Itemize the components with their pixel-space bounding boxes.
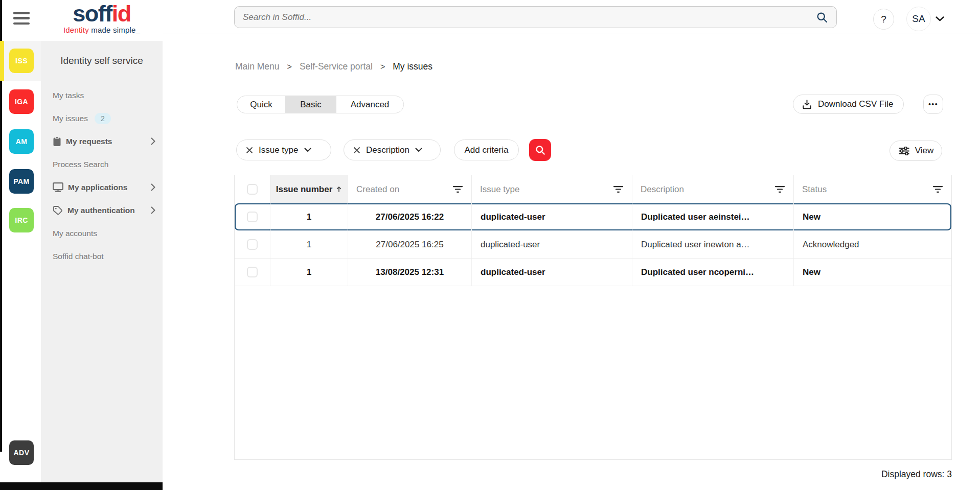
- filter-funnel-icon[interactable]: [774, 185, 785, 193]
- sidebar-item-my-authentication[interactable]: My authentication: [41, 199, 163, 222]
- top-bar: ? SA: [163, 0, 980, 34]
- breadcrumb: Main Menu > Self-Service portal > My iss…: [235, 61, 432, 72]
- search-icon[interactable]: [816, 11, 828, 24]
- cell-status: New: [794, 259, 951, 286]
- hamburger-menu-icon[interactable]: [13, 12, 30, 25]
- sidebar-menu: My tasks My issues 2 My requests Process…: [41, 84, 163, 268]
- filter-funnel-icon[interactable]: [452, 185, 463, 193]
- cell-description: Duplicated user inewton a…: [632, 231, 794, 258]
- chevron-right-icon: [151, 206, 155, 214]
- more-options-button[interactable]: •••: [923, 95, 943, 114]
- cell-description: Duplicated user aeinstei…: [632, 203, 794, 230]
- view-button[interactable]: View: [890, 141, 942, 161]
- apply-search-button[interactable]: [529, 139, 551, 161]
- sidebar-item-my-tasks[interactable]: My tasks: [41, 84, 163, 107]
- soffid-logo[interactable]: soffid Identity made simple_: [41, 0, 163, 41]
- chevron-down-icon: [304, 148, 311, 152]
- cell-created-on: 13/08/2025 12:31: [348, 259, 472, 286]
- cell-issue-number: 1: [270, 259, 348, 286]
- bottom-edge-strip: [0, 482, 163, 490]
- sidebar-title: Identity self service: [41, 41, 163, 81]
- active-module-indicator: [0, 41, 4, 81]
- main-content: ? SA Main Menu > Self-Service portal > M…: [163, 0, 980, 490]
- sidebar-item-my-issues[interactable]: My issues 2: [41, 107, 163, 130]
- sort-ascending-icon: [336, 186, 342, 193]
- tag-icon: [53, 205, 63, 216]
- filter-funnel-icon[interactable]: [932, 185, 943, 193]
- sidebar-item-process-search[interactable]: Process Search: [41, 153, 163, 176]
- avatar: SA: [906, 7, 931, 31]
- cell-status: Acknowledged: [794, 231, 951, 258]
- sidebar-item-my-applications[interactable]: My applications: [41, 176, 163, 199]
- column-header-issue-type[interactable]: Issue type: [472, 175, 632, 203]
- help-button[interactable]: ?: [873, 9, 894, 30]
- column-header-status[interactable]: Status: [794, 175, 951, 203]
- module-badge-irc[interactable]: IRC: [9, 208, 34, 232]
- search-icon: [535, 145, 546, 156]
- row-checkbox[interactable]: [247, 267, 258, 277]
- cell-issue-type: duplicated-user: [472, 259, 632, 286]
- column-header-issue-number[interactable]: Issue number: [270, 175, 348, 203]
- sidebar-item-my-requests[interactable]: My requests: [41, 130, 163, 153]
- chevron-down-icon: [415, 148, 422, 152]
- cell-issue-number: 1: [270, 231, 348, 258]
- column-header-description[interactable]: Description: [632, 175, 794, 203]
- tune-icon: [898, 147, 910, 155]
- search-input[interactable]: [243, 12, 816, 22]
- filter-chip-description[interactable]: Description: [344, 139, 441, 160]
- row-checkbox[interactable]: [247, 239, 258, 250]
- cell-created-on: 27/06/2025 16:25: [348, 231, 472, 258]
- chevron-down-icon: [936, 16, 944, 21]
- table-row[interactable]: 1 27/06/2025 16:22 duplicated-user Dupli…: [235, 203, 951, 231]
- cell-created-on: 27/06/2025 16:22: [348, 203, 472, 230]
- breadcrumb-separator: >: [380, 62, 385, 72]
- filter-funnel-icon[interactable]: [613, 185, 624, 193]
- tab-quick[interactable]: Quick: [237, 96, 285, 113]
- sidebar-item-soffid-chat-bot[interactable]: Soffid chat-bot: [41, 245, 163, 268]
- user-menu[interactable]: SA: [906, 7, 944, 31]
- chevron-right-icon: [151, 183, 155, 191]
- logo-tagline: Identity made simple_: [41, 26, 163, 34]
- cell-issue-number: 1: [270, 203, 348, 230]
- module-badge-adv[interactable]: ADV: [9, 440, 34, 465]
- download-csv-button[interactable]: Download CSV File: [793, 95, 904, 114]
- cell-status: New: [794, 203, 951, 230]
- module-badge-iga[interactable]: IGA: [9, 89, 34, 114]
- global-search-box[interactable]: [234, 6, 837, 28]
- sidebar: soffid Identity made simple_ Identity se…: [41, 0, 163, 482]
- module-badge-am[interactable]: AM: [9, 129, 34, 154]
- add-criteria-button[interactable]: Add criteria: [454, 139, 519, 160]
- breadcrumb-my-issues: My issues: [393, 61, 432, 72]
- table-row[interactable]: 1 13/08/2025 12:31 duplicated-user Dupli…: [235, 259, 951, 286]
- module-rail: ISS IGA AM PAM IRC ADV: [2, 0, 41, 482]
- cell-issue-type: duplicated-user: [472, 203, 632, 230]
- clipboard-icon: [53, 136, 61, 147]
- breadcrumb-self-service-portal[interactable]: Self-Service portal: [300, 61, 373, 72]
- remove-filter-icon[interactable]: [353, 147, 360, 154]
- logo-wordmark: soffid: [41, 1, 163, 27]
- module-badge-pam[interactable]: PAM: [9, 169, 34, 194]
- table-row[interactable]: 1 27/06/2025 16:25 duplicated-user Dupli…: [235, 231, 951, 259]
- cell-issue-type: duplicated-user: [472, 231, 632, 258]
- tab-advanced[interactable]: Advanced: [336, 96, 403, 113]
- select-all-cell: [235, 175, 270, 203]
- breadcrumb-separator: >: [287, 62, 292, 72]
- table-header-row: Issue number Created on Issue type Descr…: [235, 175, 951, 203]
- issues-table: Issue number Created on Issue type Descr…: [234, 175, 952, 460]
- monitor-icon: [53, 182, 63, 192]
- filter-chip-issue-type[interactable]: Issue type: [236, 139, 331, 160]
- download-icon: [802, 99, 812, 110]
- remove-filter-icon[interactable]: [246, 147, 253, 154]
- breadcrumb-main-menu[interactable]: Main Menu: [235, 61, 280, 72]
- module-badge-iss[interactable]: ISS: [9, 49, 34, 73]
- row-checkbox[interactable]: [247, 212, 258, 222]
- cell-description: Duplicated user ncoperni…: [632, 259, 794, 286]
- displayed-rows-count: Displayed rows: 3: [234, 469, 952, 480]
- tab-basic[interactable]: Basic: [285, 96, 336, 113]
- column-header-created-on[interactable]: Created on: [348, 175, 472, 203]
- select-all-checkbox[interactable]: [247, 184, 258, 195]
- my-issues-count-badge: 2: [95, 113, 111, 124]
- filter-mode-tabs: Quick Basic Advanced: [237, 96, 404, 113]
- sidebar-item-my-accounts[interactable]: My accounts: [41, 222, 163, 245]
- chevron-right-icon: [151, 137, 155, 145]
